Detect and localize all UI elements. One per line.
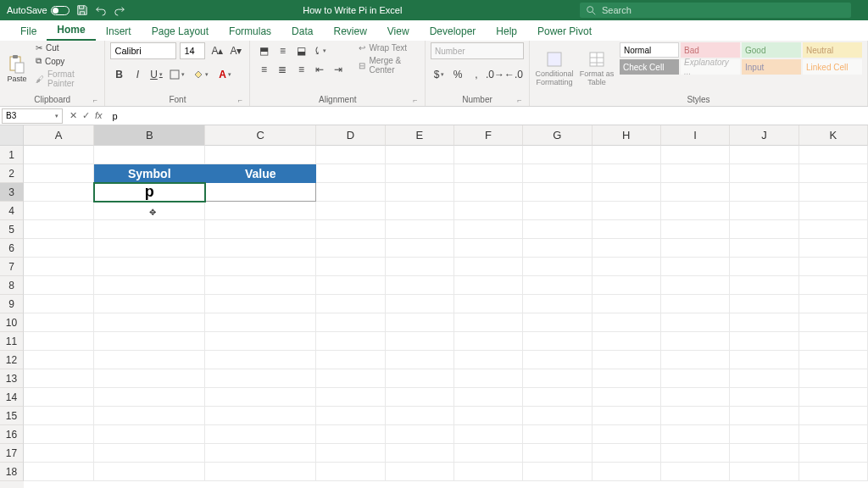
tab-formulas[interactable]: Formulas [219,22,281,41]
tab-page-layout[interactable]: Page Layout [142,22,219,41]
cell-I15[interactable] [661,407,730,425]
cell-K17[interactable] [799,444,868,463]
column-header-F[interactable]: F [454,125,523,146]
cell-H15[interactable] [593,407,661,425]
row-header-15[interactable]: 15 [0,407,24,425]
tab-power-pivot[interactable]: Power Pivot [527,22,602,41]
cell-B3[interactable]: p✥ [94,183,205,202]
cell-J8[interactable] [730,276,798,295]
cell-G13[interactable] [523,369,592,388]
cell-J12[interactable] [730,351,798,369]
cell-C8[interactable] [205,276,316,295]
style-bad[interactable]: Bad [681,42,740,58]
cell-I3[interactable] [661,183,730,202]
font-size-input[interactable] [180,42,205,59]
align-left-button[interactable]: ≡ [255,61,272,78]
cell-C6[interactable] [205,239,316,258]
cell-H18[interactable] [593,463,661,481]
cell-D12[interactable] [316,351,385,369]
cell-F8[interactable] [454,276,523,295]
fx-button[interactable]: fx [95,110,103,121]
dialog-launcher-icon[interactable]: ⌐ [91,96,99,104]
number-format-select[interactable]: Number [431,42,524,59]
cell-J2[interactable] [730,164,798,183]
cell-I10[interactable] [661,313,730,332]
cell-F10[interactable] [454,313,523,332]
align-top-button[interactable]: ⬒ [255,42,272,59]
cell-C7[interactable] [205,258,316,276]
font-name-input[interactable] [110,42,176,59]
tab-insert[interactable]: Insert [96,22,142,41]
cell-A11[interactable] [24,332,94,351]
cell-C4[interactable] [205,202,316,220]
italic-button[interactable]: I [129,66,146,83]
cell-D2[interactable] [316,164,385,183]
cell-D9[interactable] [316,295,385,313]
cell-B10[interactable] [94,313,205,332]
cell-F3[interactable] [454,183,523,202]
search-input[interactable] [602,5,846,15]
cell-I18[interactable] [661,463,730,481]
cell-K14[interactable] [799,388,868,407]
orientation-button[interactable]: ⤹ [311,42,328,59]
cell-H11[interactable] [593,332,661,351]
align-middle-button[interactable]: ≡ [274,42,291,59]
tab-review[interactable]: Review [323,22,376,41]
cell-D8[interactable] [316,276,385,295]
cell-D15[interactable] [316,407,385,425]
cell-D5[interactable] [316,220,385,239]
comma-format-button[interactable]: , [468,66,485,83]
cell-C15[interactable] [205,407,316,425]
column-header-A[interactable]: A [24,125,94,146]
row-header-13[interactable]: 13 [0,369,24,388]
cell-H7[interactable] [593,258,661,276]
style-linked-cell[interactable]: Linked Cell [803,59,862,75]
cell-F7[interactable] [454,258,523,276]
column-header-E[interactable]: E [386,125,454,146]
cell-H5[interactable] [593,220,661,239]
cell-G7[interactable] [523,258,592,276]
cell-K8[interactable] [799,276,868,295]
cell-I14[interactable] [661,388,730,407]
cell-J4[interactable] [730,202,798,220]
row-header-8[interactable]: 8 [0,276,24,295]
cell-E14[interactable] [386,388,454,407]
cell-C14[interactable] [205,388,316,407]
cell-H3[interactable] [593,183,661,202]
cell-G9[interactable] [523,295,592,313]
cell-B8[interactable] [94,276,205,295]
dialog-launcher-icon[interactable]: ⌐ [515,96,524,104]
cell-D16[interactable] [316,425,385,444]
cell-I2[interactable] [661,164,730,183]
cell-H6[interactable] [593,239,661,258]
cell-J9[interactable] [730,295,798,313]
dialog-launcher-icon[interactable]: ⌐ [411,96,420,104]
paste-button[interactable]: Paste [5,52,29,86]
cell-B1[interactable] [94,146,205,164]
cell-G10[interactable] [523,313,592,332]
cell-D1[interactable] [316,146,385,164]
cell-E17[interactable] [386,444,454,463]
cell-B11[interactable] [94,332,205,351]
cell-E10[interactable] [386,313,454,332]
cell-I13[interactable] [661,369,730,388]
merge-center-button[interactable]: ⊟Merge & Center [355,55,420,75]
cell-B13[interactable] [94,369,205,388]
increase-indent-button[interactable]: ⇥ [330,61,347,78]
cell-A6[interactable] [24,239,94,258]
cell-G16[interactable] [523,425,592,444]
cell-G6[interactable] [523,239,592,258]
cell-F15[interactable] [454,407,523,425]
cell-A10[interactable] [24,313,94,332]
cell-C10[interactable] [205,313,316,332]
cell-C9[interactable] [205,295,316,313]
style-input[interactable]: Input [742,59,801,75]
style-good[interactable]: Good [742,42,801,58]
cell-E12[interactable] [386,351,454,369]
cell-K16[interactable] [799,425,868,444]
cell-B7[interactable] [94,258,205,276]
cell-E15[interactable] [386,407,454,425]
cell-E3[interactable] [386,183,454,202]
cell-A8[interactable] [24,276,94,295]
cell-F12[interactable] [454,351,523,369]
